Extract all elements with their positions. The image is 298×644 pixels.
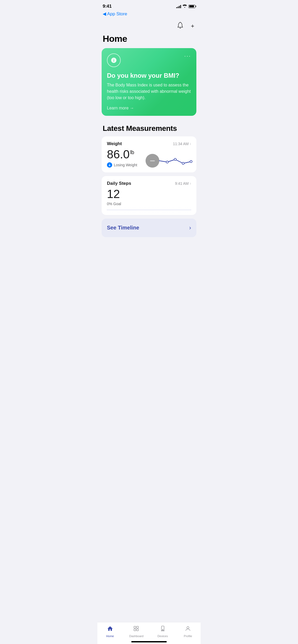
timeline-chevron-icon: › xyxy=(189,224,191,231)
info-icon xyxy=(107,53,121,67)
steps-label: Daily Steps xyxy=(107,181,131,186)
battery-icon xyxy=(188,5,195,8)
add-button[interactable]: + xyxy=(190,22,195,31)
weight-chart xyxy=(159,154,191,167)
page-title: Home xyxy=(97,33,201,48)
svg-point-3 xyxy=(190,160,192,163)
bmi-learn-more-link[interactable]: Learn more → xyxy=(107,106,134,110)
steps-goal: 0% Goal xyxy=(107,202,191,206)
status-icons xyxy=(176,4,195,8)
svg-point-2 xyxy=(182,162,184,164)
bmi-card: ··· Do you know your BMI? The Body Mass … xyxy=(102,48,196,116)
weight-circle xyxy=(146,154,159,168)
steps-value: 12 xyxy=(107,188,191,200)
weight-chart-area xyxy=(146,154,191,168)
bmi-card-menu[interactable]: ··· xyxy=(184,53,191,59)
weight-card-header: Weight 11:34 AM › xyxy=(107,141,191,146)
steps-card-header: Daily Steps 9:41 AM › xyxy=(107,181,191,186)
weight-value: 86.0lb xyxy=(107,148,137,161)
svg-point-0 xyxy=(166,161,168,163)
losing-icon xyxy=(107,162,112,168)
weight-time: 11:34 AM › xyxy=(173,141,191,146)
notification-button[interactable] xyxy=(176,21,184,31)
bmi-title: Do you know your BMI? xyxy=(107,72,191,79)
weight-sub: Losing Weight xyxy=(107,162,137,168)
steps-progress-line xyxy=(107,210,191,210)
see-timeline-button[interactable]: See Timeline › xyxy=(102,219,196,237)
timeline-label: See Timeline xyxy=(107,225,139,231)
steps-time: 9:41 AM › xyxy=(175,181,191,186)
bmi-description: The Body Mass Index is used to assess th… xyxy=(107,82,191,101)
latest-measurements-title: Latest Measurements xyxy=(97,122,201,136)
weight-label: Weight xyxy=(107,141,122,146)
signal-icon xyxy=(176,4,181,8)
weight-chevron-icon: › xyxy=(190,141,191,146)
back-nav[interactable]: ◀ App Store xyxy=(97,11,201,19)
steps-card[interactable]: Daily Steps 9:41 AM › 12 0% Goal xyxy=(102,176,196,215)
wifi-icon xyxy=(183,4,187,8)
status-bar: 9:41 xyxy=(97,0,201,11)
status-time: 9:41 xyxy=(103,4,112,9)
svg-point-1 xyxy=(174,158,176,160)
back-link[interactable]: ◀ App Store xyxy=(103,11,195,17)
top-actions: + xyxy=(97,19,201,33)
weight-card[interactable]: Weight 11:34 AM › 86.0lb Losing Weight xyxy=(102,136,196,172)
steps-chevron-icon: › xyxy=(190,181,191,186)
